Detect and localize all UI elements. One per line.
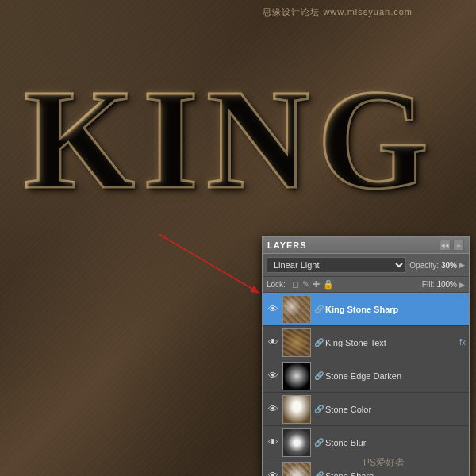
layer-row-stone-edge-darken[interactable]: 👁 🔗 Stone Edge Darken	[263, 359, 469, 393]
layers-panel-controls: ◂◂ ≡	[440, 240, 464, 251]
fill-section: Fill: 100% ▶	[422, 280, 465, 289]
opacity-row: Opacity: 30% ▶	[409, 261, 465, 270]
eye-icon-3[interactable]: 👁	[266, 369, 280, 383]
king-text-area: KING	[16, 16, 476, 262]
blend-mode-select[interactable]: Linear Light Normal Multiply Screen	[267, 257, 406, 273]
lock-all-icon[interactable]: 🔒	[323, 279, 334, 290]
layers-panel-title: LAYERS	[267, 240, 307, 250]
layer-link-4: 🔗	[315, 402, 323, 416]
layer-name-6: Stone Sharp	[325, 471, 466, 477]
lock-icons: ◻ ✎ ✚ 🔒	[292, 279, 334, 290]
opacity-label: Opacity:	[409, 261, 439, 270]
layer-link-1: 🔗	[315, 302, 323, 317]
layer-row-king-stone-text[interactable]: 👁 🔗 King Stone Text fx	[263, 326, 469, 359]
layer-thumb-1	[282, 295, 311, 324]
opacity-value[interactable]: 30%	[441, 261, 457, 270]
lock-label: Lock:	[267, 280, 286, 289]
eye-icon-1[interactable]: 👁	[266, 302, 280, 317]
fill-arrow[interactable]: ▶	[459, 281, 465, 289]
layers-panel: LAYERS ◂◂ ≡ Linear Light Normal Multiply…	[262, 236, 470, 476]
panel-menu-btn[interactable]: ≡	[453, 240, 464, 251]
lock-move-icon[interactable]: ✚	[313, 279, 320, 290]
lock-row: Lock: ◻ ✎ ✚ 🔒 Fill: 100% ▶	[263, 277, 469, 293]
layer-thumb-2	[282, 328, 311, 357]
layer-thumb-6	[282, 462, 311, 477]
layer-row-king-stone-sharp[interactable]: 👁 🔗 King Stone Sharp	[263, 293, 469, 326]
eye-icon-6[interactable]: 👁	[266, 469, 280, 477]
blend-mode-row: Linear Light Normal Multiply Screen Opac…	[263, 254, 469, 277]
fill-label: Fill:	[422, 280, 435, 289]
layer-link-2: 🔗	[315, 336, 323, 350]
eye-icon-4[interactable]: 👁	[266, 402, 280, 416]
layer-name-2: King Stone Text	[325, 338, 456, 347]
layer-row-stone-blur[interactable]: 👁 🔗 Stone Blur	[263, 426, 469, 459]
layer-link-6: 🔗	[315, 469, 323, 477]
king-text: KING	[24, 57, 436, 221]
layer-thumb-4	[282, 395, 311, 424]
opacity-arrow[interactable]: ▶	[459, 261, 465, 269]
layer-name-1: King Stone Sharp	[325, 305, 466, 314]
eye-icon-2[interactable]: 👁	[266, 336, 280, 350]
layer-link-5: 🔗	[315, 436, 323, 450]
layer-name-5: Stone Blur	[325, 438, 466, 447]
lock-transparent-icon[interactable]: ◻	[292, 279, 299, 290]
layer-thumb-5	[282, 428, 311, 457]
layer-name-3: Stone Edge Darken	[325, 371, 466, 381]
layer-name-4: Stone Color	[325, 405, 466, 414]
layer-fx-2: fx	[459, 338, 466, 347]
layer-thumb-3	[282, 362, 311, 390]
lock-paint-icon[interactable]: ✎	[302, 279, 309, 290]
watermark-br: PS爱好者	[363, 456, 405, 470]
eye-icon-5[interactable]: 👁	[266, 436, 280, 450]
layer-link-3: 🔗	[315, 369, 323, 383]
layers-panel-header: LAYERS ◂◂ ≡	[263, 237, 469, 254]
layer-row-stone-color[interactable]: 👁 🔗 Stone Color	[263, 393, 469, 426]
fill-value[interactable]: 100%	[436, 280, 457, 289]
panel-collapse-btn[interactable]: ◂◂	[440, 240, 451, 251]
layers-list: 👁 🔗 King Stone Sharp 👁 🔗 King Stone Text…	[263, 293, 469, 476]
